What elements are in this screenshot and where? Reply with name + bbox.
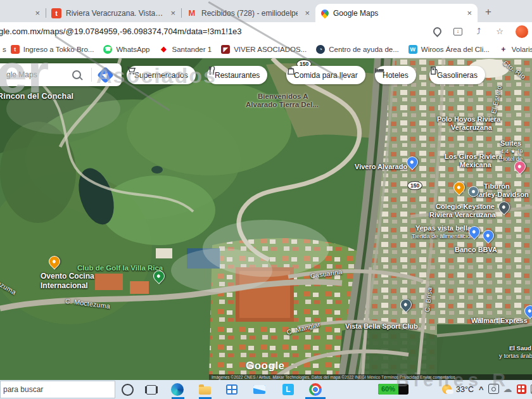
bookmark-partial-label[interactable]: s bbox=[3, 46, 6, 53]
chip-restaurantes[interactable]: Restaurantes bbox=[207, 66, 267, 84]
google-logo: Google bbox=[246, 360, 285, 372]
tray-red-app-icon[interactable] bbox=[517, 384, 526, 394]
label-colegio-keystone-2[interactable]: Riviera Veracruzana bbox=[429, 211, 496, 218]
santander-flame-icon: ◆ bbox=[159, 45, 168, 54]
onedrive-cloud-icon[interactable]: ☁ bbox=[504, 384, 512, 394]
bookmark-santander[interactable]: ◆ Santander 1 bbox=[159, 45, 212, 54]
tab-google-maps-active[interactable]: Google Maps × bbox=[315, 4, 478, 22]
tray-expand-chevron[interactable]: ^ bbox=[479, 384, 484, 394]
label-yepas-sub: Tienda de alimentación bbox=[412, 232, 474, 239]
label-yepas[interactable]: Yepas vista bella bbox=[415, 224, 471, 232]
chip-gasolineras[interactable]: Gasolineras bbox=[429, 66, 485, 84]
label-polo-hoyos-2[interactable]: Veracruzana bbox=[451, 124, 492, 131]
cart-icon bbox=[127, 66, 136, 75]
address-bar[interactable]: gle.com.mx/maps/@19.0784959,-96.098374,7… bbox=[0, 22, 532, 41]
tab-close-icon[interactable]: × bbox=[305, 8, 310, 18]
tab-title: Riviera Veracruzana. Vista Bella. bbox=[66, 9, 163, 18]
label-tiburon[interactable]: Tiburón bbox=[484, 182, 510, 190]
label-vista-bella-sport-club[interactable]: Vista Bella Sport Club bbox=[345, 322, 418, 330]
battery-indicator[interactable]: 60% bbox=[378, 384, 408, 395]
bookmarks-bar: s t Ingreso a Tokko Bro... ☎ WhatsApp ◆ … bbox=[0, 41, 532, 58]
label-suites-rating: 4.4 ★ (9 bbox=[500, 148, 522, 155]
maps-search-box[interactable]: gle Maps bbox=[0, 63, 122, 86]
tokko-favicon: t bbox=[51, 8, 61, 18]
label-bienvenidos-2: Alvarado Tierra Del... bbox=[246, 101, 319, 108]
bookmark-volaris[interactable]: + Volaris bbox=[499, 45, 532, 54]
bookmark-tokko[interactable]: t Ingreso a Tokko Bro... bbox=[11, 45, 94, 54]
install-app-icon[interactable]: ↓ bbox=[453, 28, 462, 35]
chrome-icon[interactable] bbox=[308, 383, 322, 396]
cortana-icon[interactable] bbox=[120, 383, 134, 396]
chip-supermercados[interactable]: Supermercados bbox=[127, 66, 196, 84]
satellite-map[interactable]: Rincon del Conchal Bienvenidos A Alvarad… bbox=[0, 58, 532, 380]
new-tab-button[interactable]: + bbox=[485, 6, 491, 18]
location-pin-icon[interactable] bbox=[431, 25, 443, 37]
whatsapp-icon: ☎ bbox=[103, 45, 112, 54]
search-input[interactable]: gle Maps bbox=[6, 70, 37, 79]
tab-title: Recibidos (728) - emiliodelpech@ bbox=[201, 9, 298, 18]
label-polo-hoyos[interactable]: Polo Hoyos Riviera bbox=[437, 115, 500, 123]
label-club-de-golf[interactable]: Club de Golf la Villa Rica bbox=[77, 264, 163, 272]
store-pin-harley-davidson[interactable] bbox=[468, 186, 479, 197]
takeout-bag-icon bbox=[286, 66, 296, 75]
chip-label: Hoteles bbox=[383, 71, 408, 80]
bookmark-viver[interactable]: ◤ VIVER ASOCIADOS... bbox=[221, 45, 307, 54]
label-suites[interactable]: Suites bbox=[500, 139, 521, 147]
temperature-readout[interactable]: 33°C bbox=[456, 385, 474, 394]
mail-icon[interactable] bbox=[252, 383, 266, 396]
search-icon[interactable] bbox=[72, 70, 81, 79]
label-los-giros[interactable]: Los Giros Riviera bbox=[445, 153, 502, 160]
url-text[interactable]: gle.com.mx/maps/@19.0784959,-96.098374,7… bbox=[0, 27, 242, 36]
volaris-icon: + bbox=[499, 45, 508, 54]
weather-cloud-icon bbox=[446, 390, 453, 394]
directions-icon[interactable] bbox=[97, 66, 114, 84]
viver-icon: ◤ bbox=[221, 45, 230, 54]
bookmark-wiroos[interactable]: W Wiroos Área del Cli... bbox=[408, 45, 490, 54]
bookmark-star-icon[interactable]: ☆ bbox=[495, 27, 505, 37]
bookmark-label: Santander 1 bbox=[172, 46, 212, 53]
chip-hoteles[interactable]: Hoteles bbox=[375, 66, 416, 84]
hotel-bed-icon bbox=[375, 66, 384, 75]
label-tiburon-2[interactable]: Harley-Davidson bbox=[474, 191, 529, 198]
tray-contacts-icon[interactable] bbox=[488, 384, 499, 394]
share-icon[interactable]: ⤴ bbox=[474, 27, 484, 37]
wiroos-icon: W bbox=[408, 45, 417, 54]
store-icon[interactable] bbox=[225, 383, 239, 396]
tab-close-icon[interactable]: × bbox=[170, 8, 175, 18]
tab-gmail[interactable]: M Recibidos (728) - emiliodelpech@ × bbox=[181, 4, 315, 22]
tab-close-icon[interactable]: × bbox=[35, 8, 40, 18]
label-ovento[interactable]: Ovento Cocina bbox=[41, 272, 94, 281]
bookmark-label: Ingreso a Tokko Bro... bbox=[23, 46, 94, 53]
bookmark-ayuda[interactable]: ◔ Centro de ayuda de... bbox=[316, 45, 399, 54]
task-view-icon[interactable] bbox=[144, 383, 158, 396]
label-walmart-express[interactable]: Walmart Express bbox=[471, 317, 528, 324]
label-banco-bbva[interactable]: Banco BBVA bbox=[455, 246, 497, 253]
bookmark-label: Centro de ayuda de... bbox=[329, 46, 399, 53]
profile-avatar[interactable] bbox=[516, 25, 528, 38]
edge-icon[interactable] bbox=[170, 383, 184, 396]
taskbar-search-placeholder: para buscar bbox=[3, 385, 43, 394]
chip-label: Supermercados bbox=[134, 71, 188, 80]
tab-riviera[interactable]: t Riviera Veracruzana. Vista Bella. × bbox=[46, 4, 181, 22]
lightshot-icon[interactable]: L bbox=[281, 383, 295, 396]
label-bienvenidos: Bienvenidos A bbox=[258, 92, 308, 100]
label-vivero-alvarado[interactable]: Vivero Alvarado bbox=[355, 163, 407, 170]
file-explorer-icon[interactable] bbox=[198, 383, 212, 396]
bookmark-whatsapp[interactable]: ☎ WhatsApp bbox=[103, 45, 149, 54]
bookmark-label: Wiroos Área del Cli... bbox=[421, 46, 490, 53]
label-colegio-keystone[interactable]: Colegio Keystone bbox=[436, 203, 495, 210]
chip-label: Gasolineras bbox=[437, 71, 478, 80]
chip-comida-para-llevar[interactable]: Comida para llevar bbox=[286, 66, 365, 84]
tab-partial[interactable]: × bbox=[0, 4, 46, 22]
taskbar-search-box[interactable]: para buscar bbox=[0, 381, 115, 398]
bookmark-label: VIVER ASOCIADOS... bbox=[234, 46, 307, 53]
label-el-saud[interactable]: El Saud bbox=[509, 345, 531, 352]
highway-150-shield: 150 bbox=[407, 181, 422, 190]
gmail-favicon: M bbox=[187, 8, 197, 18]
divider bbox=[91, 68, 92, 82]
label-los-giros-2[interactable]: Mexicana bbox=[460, 161, 491, 168]
chip-label: Restaurantes bbox=[215, 71, 260, 80]
label-ovento-2[interactable]: Internacional bbox=[41, 281, 88, 290]
tab-close-icon[interactable]: × bbox=[467, 8, 472, 18]
bookmark-label: WhatsApp bbox=[116, 46, 149, 53]
